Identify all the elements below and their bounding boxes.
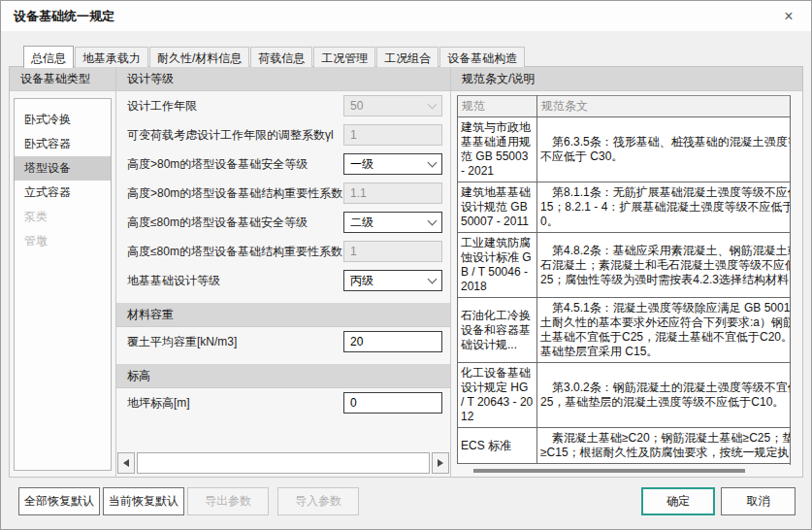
cancel-button[interactable]: 取消: [721, 487, 796, 515]
restore-current-defaults-button[interactable]: 当前恢复默认: [103, 487, 184, 515]
rule-clause: 素混凝土基础≥C20；钢筋混凝土基础≥C25；垫层用≥C15；根据耐久性及防腐蚀…: [537, 428, 792, 464]
importance-factor-below-80m-label: 高度≤80m的塔型设备基础结构重要性系数: [127, 244, 343, 260]
form-row: 高度>80m的塔型设备基础安全等级 一级: [116, 149, 450, 179]
rule-code: 工业建筑防腐蚀设计标准 GB / T 50046 - 2018: [458, 233, 537, 298]
form-row: 覆土平均容重[kN/m3] 20: [116, 327, 450, 356]
ok-button[interactable]: 确定: [641, 487, 715, 515]
rules-row: 建筑与市政地基基础通用规范 GB 55003 - 2021 第6.3.5条：筏形…: [458, 117, 792, 182]
rule-clause: 第3.0.2条：钢筋混凝土的混凝土强度等级不宜低于C25，基础垫层的混凝土强度等…: [537, 363, 792, 428]
chevron-down-icon: [428, 100, 438, 110]
scroll-left-icon: [123, 459, 129, 467]
export-params-button: 导出参数: [187, 487, 269, 515]
form-row: 地基基础设计等级 丙级: [116, 266, 450, 295]
rule-code: 建筑与市政地基基础通用规范 GB 55003 - 2021: [458, 117, 537, 182]
parameters-panel: 设计等级 设计工作年限 50 可变荷载考虑设计工作年限的调整系数γl 1 高度>…: [116, 67, 451, 477]
field-value: 1: [350, 245, 357, 258]
equipment-foundation-dialog: 设备基础统一规定 × 总信息 地基承载力 耐久性/材料信息 荷载信息 工况管理 …: [0, 0, 812, 530]
code-clauses-panel: 规范条文/说明 规范 规范条文 建筑与市政地基基础通用规范 GB 55003 -…: [451, 67, 802, 477]
soil-cover-density-input[interactable]: 20: [343, 331, 442, 352]
ground-elevation-input[interactable]: 0: [343, 392, 442, 414]
importance-factor-above-80m-label: 高度>80m的塔型设备基础结构重要性系数: [127, 185, 343, 202]
tab-case-management[interactable]: 工况管理: [313, 47, 375, 67]
design-working-life-label: 设计工作年限: [127, 98, 343, 115]
safety-grade-below-80m-select[interactable]: 二级: [343, 212, 442, 233]
chevron-down-icon: [428, 158, 438, 168]
dialog-title: 设备基础统一规定: [14, 8, 114, 25]
rules-row: 工业建筑防腐蚀设计标准 GB / T 50046 - 2018 第4.8.2条：…: [458, 233, 792, 298]
rule-code: 石油化工冷换设备和容器基础设计规...: [458, 298, 537, 363]
field-value: 丙级: [350, 273, 374, 289]
tab-general-info[interactable]: 总信息: [23, 46, 74, 68]
field-value: 0: [350, 396, 357, 410]
list-item-pumps: 泵类: [15, 205, 111, 229]
form-row: 高度>80m的塔型设备基础结构重要性系数 1.1: [116, 179, 450, 208]
safety-grade-below-80m-label: 高度≤80m的塔型设备基础安全等级: [127, 215, 343, 231]
field-value: 一级: [350, 156, 374, 173]
list-item-tower-equipment[interactable]: 塔型设备: [15, 156, 111, 181]
tab-case-combination[interactable]: 工况组合: [376, 47, 438, 67]
code-clauses-header: 规范条文/说明: [451, 67, 802, 91]
foundation-design-grade-select[interactable]: 丙级: [343, 270, 442, 291]
rule-clause: 第4.5.1条：混凝土强度等级除应满足 GB 50010混凝土耐久性的基本要求外…: [537, 298, 792, 363]
rules-row: ECS 标准 素混凝土基础≥C20；钢筋混凝土基础≥C25；垫层用≥C15；根据…: [458, 428, 792, 464]
foundation-type-list: 卧式冷换 卧式容器 塔型设备 立式容器 泵类 管墩: [14, 98, 112, 471]
form-row: 高度≤80m的塔型设备基础安全等级 二级: [116, 208, 450, 237]
close-icon[interactable]: ×: [776, 4, 801, 29]
field-value: 20: [350, 335, 363, 348]
soil-cover-density-label: 覆土平均容重[kN/m3]: [127, 334, 343, 350]
footer-bar: 全部恢复默认 当前恢复默认 导出参数 导入参数 确定 取消: [1, 479, 811, 529]
restore-all-defaults-button[interactable]: 全部恢复默认: [18, 487, 100, 515]
tab-load-info[interactable]: 荷载信息: [250, 47, 312, 67]
scroll-left-button[interactable]: [117, 452, 135, 474]
rules-table-viewport: 规范 规范条文 建筑与市政地基基础通用规范 GB 55003 - 2021 第6…: [457, 95, 791, 465]
scrollbar-thumb[interactable]: [473, 469, 745, 473]
rules-horizontal-scrollbar[interactable]: [473, 469, 744, 473]
scrollbar-thumb[interactable]: [137, 452, 430, 474]
safety-grade-above-80m-select[interactable]: 一级: [343, 153, 442, 175]
tab-strip: 总信息 地基承载力 耐久性/材料信息 荷载信息 工况管理 工况组合 设备基础构造: [23, 45, 803, 67]
tab-content: 设备基础类型 卧式冷换 卧式容器 塔型设备 立式容器 泵类 管墩 设计等级 设计…: [9, 66, 803, 478]
form-row: 高度≤80m的塔型设备基础结构重要性系数 1: [116, 237, 450, 266]
rules-table: 规范 规范条文 建筑与市政地基基础通用规范 GB 55003 - 2021 第6…: [457, 95, 791, 464]
foundation-design-grade-label: 地基基础设计等级: [127, 273, 343, 289]
list-item-horizontal-exchanger[interactable]: 卧式冷换: [15, 108, 111, 132]
field-value: 1: [350, 128, 357, 142]
list-item-vertical-vessel[interactable]: 立式容器: [15, 181, 111, 205]
rule-code: 化工设备基础设计规定 HG / T 20643 - 2012: [458, 363, 537, 428]
rules-row: 建筑地基基础设计规范 GB 50007 - 2011 第8.1.1条：无筋扩展基…: [458, 182, 792, 233]
rule-code: ECS 标准: [458, 428, 537, 464]
importance-factor-above-80m-input: 1.1: [343, 182, 442, 204]
rule-clause: 第6.3.5条：筏形基础、桩筏基础的混凝土强度等级不应低于 C30。: [537, 117, 792, 182]
safety-grade-above-80m-label: 高度>80m的塔型设备基础安全等级: [127, 156, 343, 173]
importance-factor-below-80m-input: 1: [343, 241, 442, 262]
rules-header-row: 规范 规范条文: [458, 96, 792, 117]
chevron-down-icon: [428, 275, 438, 284]
foundation-type-panel: 设备基础类型 卧式冷换 卧式容器 塔型设备 立式容器 泵类 管墩: [10, 67, 116, 477]
design-working-life-select: 50: [343, 95, 442, 116]
column-header-clause: 规范条文: [537, 96, 792, 117]
section-material-density: 材料容重: [116, 303, 450, 327]
tab-foundation-construction[interactable]: 设备基础构造: [439, 47, 525, 67]
rule-clause: 第4.8.2条：基础应采用素混凝土、钢筋混凝土或毛石混凝土；素混凝土和毛石混凝土…: [537, 233, 792, 298]
rule-code: 建筑地基基础设计规范 GB 50007 - 2011: [458, 182, 537, 233]
rule-clause: 第8.1.1条：无筋扩展基础混凝土强度等级不应低于C15；8.2.1 - 4：扩…: [537, 182, 792, 233]
field-value: 1.1: [350, 186, 367, 200]
rules-row: 化工设备基础设计规定 HG / T 20643 - 2012 第3.0.2条：钢…: [458, 363, 792, 428]
scroll-right-button[interactable]: [432, 452, 449, 474]
section-elevation: 标高: [116, 364, 450, 388]
tab-bearing-capacity[interactable]: 地基承载力: [75, 47, 148, 67]
field-value: 二级: [350, 215, 374, 231]
tab-durability-material[interactable]: 耐久性/材料信息: [149, 47, 249, 67]
variable-load-factor-input: 1: [343, 124, 442, 146]
section-design-grade: 设计等级: [116, 67, 450, 91]
chevron-down-icon: [428, 216, 438, 226]
scroll-right-icon: [438, 459, 443, 467]
titlebar: 设备基础统一规定 ×: [1, 1, 811, 31]
list-item-horizontal-vessel[interactable]: 卧式容器: [15, 132, 111, 156]
column-header-code: 规范: [458, 96, 537, 117]
form-row: 地坪标高[m] 0: [116, 388, 450, 417]
variable-load-factor-label: 可变荷载考虑设计工作年限的调整系数γl: [127, 127, 343, 144]
import-params-button: 导入参数: [277, 487, 359, 515]
form-horizontal-scrollbar[interactable]: [116, 452, 450, 474]
foundation-type-header: 设备基础类型: [10, 67, 115, 91]
